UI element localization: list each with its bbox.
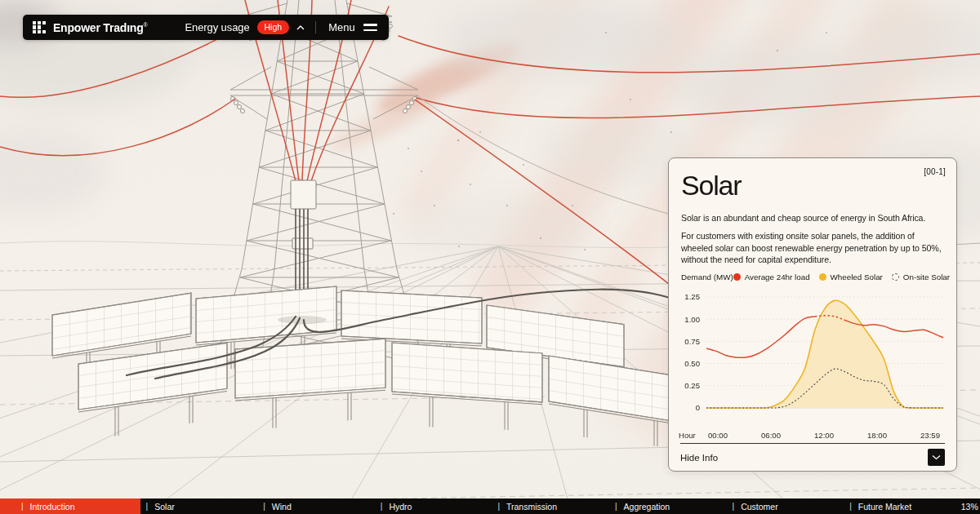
footer-nav-item-future-market[interactable]: |Future Market — [844, 498, 961, 514]
hide-info-toggle[interactable] — [928, 449, 945, 466]
svg-text:06:00: 06:00 — [761, 431, 781, 440]
registered-mark: ® — [144, 22, 148, 28]
chart-axis-title: Demand (MW) — [681, 273, 733, 281]
red-dot-icon — [733, 273, 741, 281]
svg-text:0.25: 0.25 — [684, 381, 700, 390]
svg-text:00:00: 00:00 — [708, 431, 728, 440]
chart-container: 00.250.500.751.001.2500:0006:0012:0018:0… — [679, 284, 945, 444]
top-nav-bar: Enpower Tradıng® Energy usage High Menu — [23, 15, 389, 40]
page-title: Solar — [681, 171, 945, 201]
footer-nav-item-solar[interactable]: |Solar — [140, 498, 258, 514]
card-paragraph: Solar is an abundant and cheap source of… — [681, 212, 945, 224]
svg-text:23:59: 23:59 — [920, 431, 940, 440]
energy-usage-badge: High — [257, 20, 290, 34]
svg-text:0.50: 0.50 — [684, 359, 700, 368]
menu-button[interactable]: Menu — [328, 21, 377, 33]
hide-info-label: Hide Info — [680, 453, 718, 463]
dashed-circle-icon — [892, 273, 899, 281]
footer-nav-item-aggregation[interactable]: |Aggregation — [609, 498, 727, 514]
legend-item-onsite-solar: On-site Solar — [892, 273, 950, 281]
svg-text:18:00: 18:00 — [867, 431, 887, 440]
svg-text:0: 0 — [696, 404, 700, 413]
footer-nav-item-hydro[interactable]: |Hydro — [375, 498, 492, 514]
brand-name: Enpower Tradıng® — [53, 21, 148, 34]
hamburger-menu-icon — [363, 24, 377, 30]
footer-section-nav: |Introduction |Solar |Wind |Hydro |Trans… — [0, 498, 980, 514]
svg-text:0.75: 0.75 — [684, 337, 700, 346]
footer-nav-item-customer[interactable]: |Customer — [727, 498, 844, 514]
card-paragraph: For customers with existing onsite solar… — [681, 230, 945, 265]
svg-text:12:00: 12:00 — [814, 431, 834, 440]
demand-chart: 00.250.500.751.001.2500:0006:0012:0018:0… — [679, 284, 948, 444]
brand-logo[interactable]: Enpower Tradıng® — [33, 21, 148, 34]
chevron-up-icon — [296, 25, 305, 30]
chart-legend: Demand (MW) Average 24hr load Wheeled So… — [681, 273, 945, 281]
svg-text:1.25: 1.25 — [684, 293, 700, 302]
menu-label: Menu — [328, 21, 355, 33]
divider — [315, 21, 316, 33]
footer-nav-item-introduction[interactable]: |Introduction — [0, 498, 140, 514]
solar-info-card: [00-1] Solar Solar is an abundant and ch… — [668, 157, 957, 472]
legend-item-wheeled-solar: Wheeled Solar — [819, 273, 883, 281]
svg-text:Hour: Hour — [679, 431, 697, 440]
scroll-progress: 13% — [961, 502, 980, 512]
grid-logo-icon — [33, 21, 46, 34]
card-footer: Hide Info — [680, 443, 945, 471]
yellow-dot-icon — [819, 273, 826, 281]
card-index: [00-1] — [924, 167, 946, 176]
chevron-down-icon — [932, 454, 941, 460]
footer-nav-item-transmission[interactable]: |Transmission — [492, 498, 609, 514]
footer-nav-item-wind[interactable]: |Wind — [257, 498, 375, 514]
legend-item-average-load: Average 24hr load — [733, 273, 810, 281]
app-root: Enpower Tradıng® Energy usage High Menu … — [0, 0, 980, 514]
energy-usage-dropdown[interactable]: Energy usage High — [185, 20, 305, 34]
svg-text:1.00: 1.00 — [684, 315, 700, 324]
energy-usage-label: Energy usage — [185, 21, 250, 33]
